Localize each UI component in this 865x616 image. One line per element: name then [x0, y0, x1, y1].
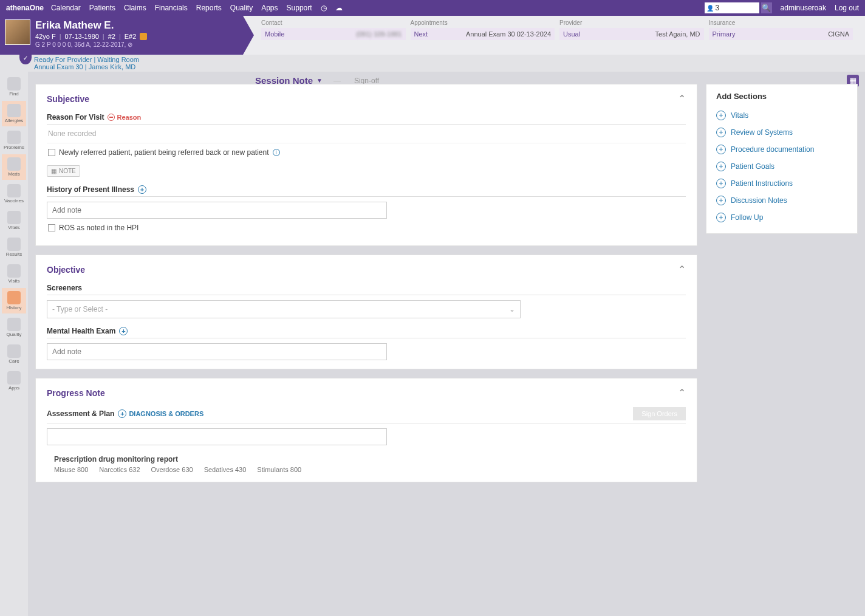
- rail-meds[interactable]: Meds: [2, 154, 26, 180]
- alert-badge-icon[interactable]: [140, 33, 147, 40]
- mhe-note-input[interactable]: [47, 343, 387, 360]
- status-link-1[interactable]: Ready For Provider | Waiting Room: [34, 56, 139, 63]
- status-line: ✓ Ready For Provider | Waiting Room Annu…: [0, 55, 865, 72]
- contact-block: Contact Mobile (091) 109-1881: [261, 19, 406, 51]
- plus-circle-icon: +: [716, 128, 726, 137]
- status-link-2[interactable]: Annual Exam 30 | James Kirk, MD: [34, 63, 135, 70]
- add-procedure-doc[interactable]: +Procedure documentation: [716, 141, 847, 158]
- plus-circle-icon[interactable]: +: [119, 327, 128, 335]
- add-follow-up[interactable]: +Follow Up: [716, 209, 847, 226]
- ribbon-icon: [7, 318, 21, 331]
- search-icon[interactable]: 🔍: [761, 2, 772, 13]
- rail-allergies[interactable]: Allergies: [2, 101, 26, 126]
- plus-circle-icon: +: [716, 196, 726, 205]
- nav-apps[interactable]: Apps: [261, 4, 278, 12]
- rfv-header: Reason For Visit Reason: [47, 113, 686, 125]
- appointments-row[interactable]: Next Annual Exam 30 02-13-2024: [411, 28, 555, 40]
- heart-icon: [7, 211, 21, 224]
- top-nav: athenaOne Calendar Patients Claims Finan…: [0, 0, 865, 16]
- flask-icon: [7, 238, 21, 251]
- rail-problems[interactable]: Problems: [2, 128, 26, 153]
- plus-circle-icon: +: [716, 111, 726, 120]
- hpi-note-input[interactable]: [47, 202, 387, 219]
- plus-circle-icon: +: [716, 179, 726, 188]
- info-icon[interactable]: i: [273, 149, 280, 156]
- ap-header: Assessment & Plan + DIAGNOSIS & ORDERS S…: [47, 407, 686, 423]
- rail-visits[interactable]: Visits: [2, 261, 26, 287]
- user-link[interactable]: adminuseroak: [781, 4, 826, 12]
- provider-row[interactable]: Usual Test Again, MD: [559, 28, 704, 40]
- add-ros[interactable]: +Review of Systems: [716, 124, 847, 141]
- patient-meta: 42yo F| 07-13-1980| #2| E#2: [35, 33, 147, 40]
- hpi-header: History of Present Illness +: [47, 185, 686, 197]
- nav-support[interactable]: Support: [287, 4, 312, 12]
- subjective-title: Subjective: [47, 94, 89, 104]
- pdmp-item: Stimulants 800: [257, 466, 301, 473]
- note-button[interactable]: ▦ NOTE: [47, 165, 80, 177]
- collapse-icon[interactable]: ⌃: [678, 93, 686, 104]
- checkbox[interactable]: [48, 224, 55, 231]
- logout-link[interactable]: Log out: [835, 4, 859, 12]
- note-icon: ▦: [51, 168, 56, 174]
- rfv-new-patient-row[interactable]: Newly referred patient, patient being re…: [47, 143, 686, 162]
- shield-icon[interactable]: ✓: [19, 51, 32, 64]
- collapse-icon[interactable]: ⌃: [678, 264, 686, 275]
- screeners-select[interactable]: - Type or Select - ⌄: [47, 300, 521, 318]
- briefcase-icon: [7, 264, 21, 278]
- rail-history[interactable]: History: [2, 288, 26, 313]
- sign-orders-button[interactable]: Sign Orders: [633, 407, 686, 420]
- add-discussion-notes[interactable]: +Discussion Notes: [716, 192, 847, 209]
- mhe-header: Mental Health Exam +: [47, 327, 686, 338]
- right-sidebar: Add Sections +Vitals +Review of Systems …: [706, 84, 858, 611]
- patient-banner: Erika Mathew E. 42yo F| 07-13-1980| #2| …: [0, 16, 865, 55]
- ap-input[interactable]: [47, 428, 387, 445]
- screeners-header: Screeners: [47, 284, 686, 295]
- rail-quality[interactable]: Quality: [2, 315, 26, 340]
- plus-circle-icon: +: [716, 145, 726, 154]
- pdmp-item: Sedatives 430: [204, 466, 247, 473]
- rail-find[interactable]: Find: [2, 74, 26, 100]
- nav-financials[interactable]: Financials: [155, 4, 188, 12]
- avatar[interactable]: [5, 19, 30, 45]
- chevron-down-icon: ⌄: [509, 305, 515, 313]
- add-vitals[interactable]: +Vitals: [716, 107, 847, 124]
- patient-search-input[interactable]: 👤 3: [705, 2, 759, 13]
- brand[interactable]: athenaOne: [6, 4, 44, 12]
- care-icon: [7, 344, 21, 358]
- main-content: Subjective ⌃ Reason For Visit Reason Non…: [28, 79, 865, 616]
- objective-panel: Objective ⌃ Screeners - Type or Select -…: [35, 255, 697, 369]
- add-patient-instructions[interactable]: +Patient Instructions: [716, 175, 847, 192]
- rail-care[interactable]: Care: [2, 341, 26, 367]
- rail-vitals[interactable]: Vitals: [2, 208, 26, 233]
- clock-icon[interactable]: ◷: [321, 4, 327, 12]
- provider-block: Provider Usual Test Again, MD: [559, 19, 704, 51]
- nav-calendar[interactable]: Calendar: [51, 4, 81, 12]
- patient-ob-line: G 2 P 0 0 0 0, 36d A, 12-22-2017, ⊘: [35, 41, 147, 48]
- apps-icon: [7, 371, 21, 385]
- nav-quality[interactable]: Quality: [230, 4, 253, 12]
- collapse-icon[interactable]: ⌃: [678, 387, 686, 399]
- rail-apps[interactable]: Apps: [2, 368, 26, 394]
- cloud-icon[interactable]: ☁: [335, 4, 343, 12]
- patient-name[interactable]: Erika Mathew E.: [35, 19, 147, 32]
- subjective-panel: Subjective ⌃ Reason For Visit Reason Non…: [35, 84, 697, 246]
- plus-circle-icon[interactable]: +: [138, 185, 146, 194]
- insurance-row[interactable]: Primary CIGNA: [709, 28, 853, 40]
- checkbox[interactable]: [48, 149, 55, 156]
- plus-circle-icon: +: [118, 409, 126, 418]
- ros-checkbox-row[interactable]: ROS as noted in the HPI: [47, 219, 686, 237]
- contact-row[interactable]: Mobile (091) 109-1881: [261, 28, 406, 40]
- insurance-block: Insurance Primary CIGNA: [709, 19, 853, 51]
- rail-vaccines[interactable]: Vaccines: [2, 181, 26, 207]
- add-patient-goals[interactable]: +Patient Goals: [716, 158, 847, 175]
- pdmp-item: Overdose 630: [151, 466, 193, 473]
- nav-reports[interactable]: Reports: [196, 4, 222, 12]
- left-rail: Find Allergies Problems Meds Vaccines Vi…: [0, 70, 28, 616]
- nav-patients[interactable]: Patients: [89, 4, 115, 12]
- diagnosis-orders-link[interactable]: + DIAGNOSIS & ORDERS: [118, 409, 203, 418]
- syringe-icon: [7, 184, 21, 197]
- pdmp-item: Narcotics 632: [99, 466, 140, 473]
- rail-results[interactable]: Results: [2, 234, 26, 260]
- nav-claims[interactable]: Claims: [124, 4, 146, 12]
- clipboard-icon: [7, 291, 21, 304]
